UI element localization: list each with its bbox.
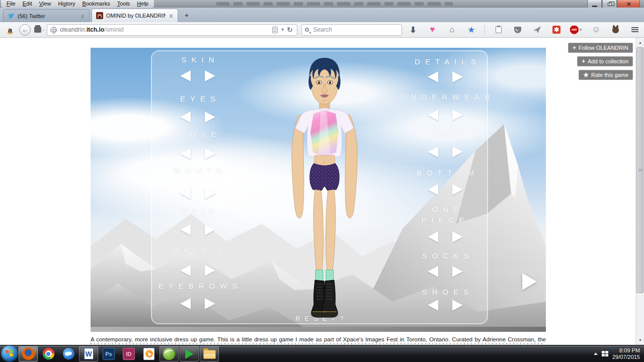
taskbar-clock[interactable]: 8:09 PM 29/07/2015 (612, 347, 640, 360)
menu-bookmarks[interactable]: Bookmarks (79, 0, 114, 8)
menu-help[interactable]: Help (133, 0, 152, 8)
scroll-up-icon[interactable]: ▲ (636, 38, 644, 47)
label-mouth: MOUTH (132, 166, 263, 174)
next-arrow-icon[interactable] (452, 110, 463, 121)
prev-arrow-icon[interactable] (428, 146, 438, 157)
next-arrow-icon[interactable] (452, 71, 463, 82)
label-top: TOP (380, 131, 511, 139)
bookmark-star-icon[interactable]: ★ (465, 24, 477, 36)
taskbar-firefox[interactable] (19, 346, 38, 361)
chrome-icon (43, 348, 54, 359)
label-socks: SOCKS (380, 251, 511, 260)
menu-history[interactable]: History (54, 0, 78, 8)
clock-time: 8:09 PM (612, 347, 640, 354)
taskbar-chrome[interactable] (39, 346, 58, 361)
adblock-icon[interactable]: ABP▾ (570, 24, 583, 36)
add-to-collection-button[interactable]: + Add to collection (577, 56, 633, 66)
star-icon: ★ (583, 72, 589, 77)
next-arrow-icon[interactable] (452, 300, 463, 311)
reader-mode-icon[interactable] (272, 27, 278, 33)
prev-arrow-icon[interactable] (180, 70, 191, 81)
tab-title: OMINID by OLEANDRIN (106, 13, 166, 19)
reload-icon[interactable]: ↻ (287, 26, 293, 34)
heart-icon[interactable]: ♥ (427, 24, 439, 36)
addon-misc-icon[interactable] (609, 24, 621, 36)
prev-arrow-icon[interactable] (180, 148, 191, 159)
taskbar-media-play[interactable] (180, 346, 199, 361)
next-arrow-icon[interactable] (452, 266, 463, 277)
menu-view[interactable]: View (36, 0, 55, 8)
search-input[interactable] (312, 26, 398, 34)
prev-arrow-icon[interactable] (428, 110, 438, 121)
prev-arrow-icon[interactable] (180, 265, 191, 276)
windows-tray-icon[interactable] (602, 351, 608, 356)
clipboard-icon[interactable] (493, 24, 505, 36)
prev-arrow-icon[interactable] (428, 231, 438, 242)
globe-icon (50, 27, 57, 33)
scrollbar-thumb[interactable] (636, 47, 643, 293)
page-scrollbar[interactable]: ▲ ▼ (635, 38, 644, 345)
taskbar-messenger[interactable] (159, 346, 179, 361)
url-text[interactable]: oleandrin.itch.io/ominid (60, 26, 271, 33)
next-arrow-icon[interactable] (205, 188, 215, 199)
tab-twitter[interactable]: (56) Twitter x (3, 9, 90, 22)
show-hidden-icons-icon[interactable] (594, 352, 598, 355)
menu-tools[interactable]: Tools (114, 0, 134, 8)
prev-arrow-icon[interactable] (428, 300, 438, 311)
next-arrow-icon[interactable] (452, 146, 463, 157)
label-shoes: SHOES (380, 288, 511, 296)
taskbar-explorer[interactable] (200, 346, 219, 361)
next-arrow-icon[interactable] (205, 70, 215, 81)
next-arrow-icon[interactable] (452, 231, 463, 242)
send-page-icon[interactable] (531, 24, 543, 36)
addon-red-icon[interactable]: ✱ (550, 24, 562, 36)
taskbar-indesign[interactable]: ID (119, 346, 138, 361)
new-tab-button[interactable]: + (181, 12, 192, 20)
restore-icon (608, 3, 612, 6)
eyes-arrows (132, 112, 263, 123)
menu-edit[interactable]: Edit (19, 0, 36, 8)
pocket-icon[interactable] (512, 24, 524, 36)
dressup-game-canvas[interactable]: SKIN EYES NOSE MOUTH HAIR HAIR 2 EYEBROW… (91, 48, 546, 332)
home-icon[interactable]: ⌂ (446, 24, 458, 36)
next-arrow-icon[interactable] (205, 148, 215, 159)
amazon-icon[interactable]: a (5, 25, 15, 35)
next-background-arrow-icon[interactable] (522, 273, 537, 290)
prev-arrow-icon[interactable] (180, 112, 191, 123)
prev-arrow-icon[interactable] (180, 224, 191, 235)
taskbar-word[interactable]: W (79, 346, 98, 361)
prev-arrow-icon[interactable] (428, 266, 438, 277)
url-bar[interactable]: oleandrin.itch.io/ominid ▼ ↻ (47, 24, 297, 36)
downloads-icon[interactable]: ⬇ (407, 24, 419, 36)
game-actions: + Follow OLEANDRIN + Add to collection ★… (568, 43, 633, 80)
tab-ominid[interactable]: OMINID by OLEANDRIN x (92, 9, 178, 22)
label-details: DETAILS (380, 57, 511, 66)
prev-arrow-icon[interactable] (180, 298, 191, 309)
dropdown-caret-icon[interactable]: ▼ (280, 27, 285, 32)
taskbar-thunderbird[interactable] (59, 346, 78, 361)
prev-arrow-icon[interactable] (180, 188, 191, 199)
follow-button[interactable]: + Follow OLEANDRIN (568, 43, 633, 53)
search-box[interactable] (301, 24, 402, 36)
start-button[interactable] (1, 345, 18, 362)
rate-game-button[interactable]: ★ Rate this game (579, 70, 633, 80)
follow-label: Follow OLEANDRIN (579, 45, 628, 51)
taskbar-photoshop[interactable]: Ps (99, 346, 118, 361)
scroll-down-icon[interactable]: ▼ (636, 336, 644, 344)
back-button[interactable]: ← (19, 24, 31, 36)
prev-arrow-icon[interactable] (428, 71, 438, 82)
menu-file[interactable]: File (3, 0, 19, 8)
menu-icon[interactable] (629, 24, 641, 36)
taskbar-mediaplayer[interactable] (139, 346, 158, 361)
tab-close-icon[interactable]: x (80, 13, 85, 19)
next-arrow-icon[interactable] (205, 298, 215, 309)
site-identity-button[interactable]: › (33, 24, 46, 35)
next-arrow-icon[interactable] (205, 265, 215, 276)
next-arrow-icon[interactable] (205, 224, 215, 235)
tab-close-icon[interactable]: x (169, 13, 174, 19)
game-bottom-strip (91, 327, 546, 332)
next-arrow-icon[interactable] (452, 184, 463, 195)
next-arrow-icon[interactable] (205, 112, 215, 123)
chat-addon-icon[interactable]: ☺ (590, 24, 602, 36)
prev-arrow-icon[interactable] (428, 184, 438, 195)
